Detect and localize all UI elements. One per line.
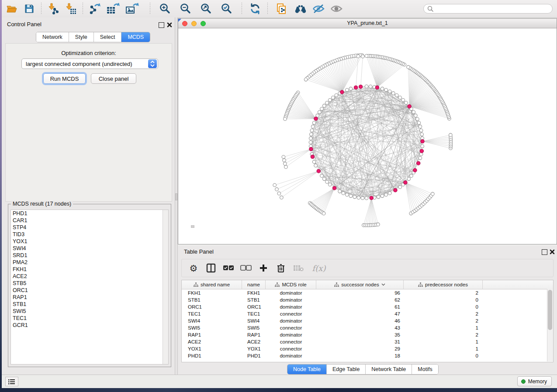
table-cell[interactable]: dominator [266,304,316,309]
tab-mcds[interactable]: MCDS [121,32,150,42]
mcds-result-item[interactable]: STP4 [11,224,168,231]
table-cell[interactable]: 2 [404,318,483,323]
column-header-name[interactable]: name [242,280,266,289]
tab-style[interactable]: Style [69,32,94,42]
tab-select[interactable]: Select [94,32,122,42]
table-cell[interactable]: TEC1 [182,311,242,316]
vertical-splitter[interactable] [175,17,178,375]
deselect-all-rows-icon[interactable] [240,262,252,274]
mcds-result-item[interactable]: STB1 [11,301,168,308]
search-input[interactable] [436,5,552,12]
toggle-graphics-details-icon[interactable] [312,2,325,15]
memory-button[interactable]: Memory [517,376,552,386]
table-row[interactable]: SWI4SWI4dominator462 [182,317,553,324]
refresh-icon[interactable] [249,2,262,15]
table-cell[interactable]: PHD1 [242,353,266,358]
table-row[interactable]: ACE2ACE2connector311 [182,338,553,345]
mcds-result-item[interactable]: SWI5 [11,308,168,315]
network-window-titlebar[interactable]: YPA_prune.txt_1 [178,19,557,28]
table-cell[interactable]: 0 [404,304,483,309]
mcds-result-item[interactable]: TID3 [11,231,168,238]
mcds-result-item[interactable]: TEC1 [11,315,168,322]
mcds-result-item[interactable]: STB5 [11,280,168,287]
export-table-icon[interactable] [106,2,121,15]
table-cell[interactable]: dominator [266,318,316,323]
zoom-out-icon[interactable] [179,2,192,15]
mcds-list-scrollbar[interactable] [163,210,168,364]
float-table-panel-icon[interactable] [542,249,547,255]
table-cell[interactable]: 0 [404,297,483,303]
mcds-result-item[interactable]: ORC1 [11,287,168,294]
duplicate-network-icon[interactable] [275,2,288,15]
table-row[interactable]: SWI5SWI5connector431 [182,324,553,331]
table-cell[interactable]: connector [266,311,316,316]
close-table-panel-icon[interactable] [550,249,555,254]
table-cell[interactable]: 31 [316,339,404,344]
table-cell[interactable]: ORC1 [242,304,266,309]
horizontal-splitter-grip[interactable] [191,225,194,228]
delete-columns-icon[interactable] [275,262,287,274]
show-hide-details-icon[interactable] [330,2,343,15]
table-row[interactable]: PHD1PHD1dominator180 [182,352,553,359]
column-header-predecessor-nodes[interactable]: predecessor nodes [404,280,483,289]
table-cell[interactable]: 2 [404,332,483,337]
table-cell[interactable]: FKH1 [242,290,266,296]
table-row[interactable]: YOX1YOX1connector291 [182,345,553,352]
tab-network-table[interactable]: Network Table [366,364,412,374]
table-row[interactable]: FKH1FKH1dominator962 [182,289,553,296]
mcds-result-item[interactable]: PMA2 [11,259,168,266]
import-table-icon[interactable] [64,2,77,15]
table-cell[interactable]: connector [266,346,316,351]
table-cell[interactable]: STB1 [182,297,242,303]
mcds-result-item[interactable]: YOX1 [11,238,168,245]
run-mcds-button[interactable]: Run MCDS [43,73,86,84]
import-network-icon[interactable] [47,2,60,15]
table-cell[interactable]: YOX1 [242,346,266,351]
table-row[interactable]: STB1STB1dominator620 [182,296,553,303]
mcds-result-item[interactable]: SRD1 [11,252,168,259]
zoom-selected-icon[interactable] [220,2,233,15]
mcds-result-item[interactable]: CAR1 [11,217,168,224]
table-cell[interactable]: ORC1 [182,304,242,309]
export-image-icon[interactable] [125,2,140,15]
table-cell[interactable]: connector [266,325,316,330]
table-cell[interactable]: PHD1 [182,353,242,358]
table-mode-gear-icon[interactable]: ⚙ [188,262,199,274]
mcds-result-item[interactable]: GCR1 [11,322,168,329]
zoom-fit-icon[interactable] [200,2,213,15]
tab-edge-table[interactable]: Edge Table [327,364,366,374]
optimization-criterion-dropdown[interactable]: largest connected component (undirected) [21,58,158,69]
table-cell[interactable]: SWI5 [182,325,242,330]
show-panels-list-button[interactable] [5,377,18,386]
table-cell[interactable]: FKH1 [182,290,242,296]
save-session-icon[interactable] [23,2,36,15]
table-cell[interactable]: SWI4 [182,318,242,323]
table-cell[interactable]: connector [266,339,316,344]
select-all-rows-icon[interactable] [223,262,234,274]
table-scrollbar-thumb[interactable] [548,290,552,330]
column-header-successor-nodes[interactable]: successor nodes [316,280,404,289]
mcds-result-item[interactable]: RAP1 [11,294,168,301]
table-cell[interactable]: STB1 [242,297,266,303]
table-cell[interactable]: 2 [404,311,483,316]
table-row[interactable]: RAP1RAP1dominator352 [182,331,553,338]
table-cell[interactable]: 1 [404,339,483,344]
table-cell[interactable]: 46 [316,318,404,323]
tab-node-table[interactable]: Node Table [287,364,327,374]
table-cell[interactable]: dominator [266,332,316,337]
mcds-result-item[interactable]: ACE2 [11,273,168,280]
column-header-mcds-role[interactable]: MCDS role [266,280,316,289]
table-scrollbar[interactable] [547,289,553,361]
close-panel-icon[interactable] [167,22,172,28]
table-cell[interactable]: dominator [266,290,316,296]
table-cell[interactable]: 62 [316,297,404,303]
tab-network[interactable]: Network [36,32,69,42]
search-binoculars-icon[interactable] [294,2,307,15]
table-cell[interactable]: dominator [266,353,316,358]
table-cell[interactable]: 1 [404,325,483,330]
table-cell[interactable]: 2 [404,290,483,296]
splitter-grip[interactable] [175,193,177,200]
close-panel-button[interactable]: Close panel [91,73,136,84]
table-cell[interactable]: 1 [404,346,483,351]
tab-motifs[interactable]: Motifs [412,364,438,374]
